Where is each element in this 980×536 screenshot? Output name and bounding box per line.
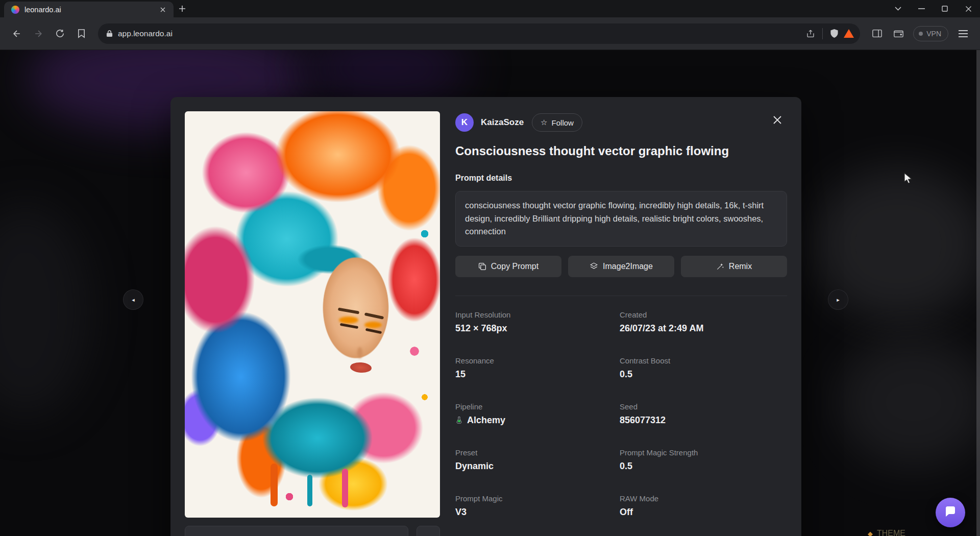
lock-icon <box>106 30 113 37</box>
window-minimize-icon[interactable] <box>910 0 933 17</box>
watermark-glyph-icon: ◆ <box>868 530 873 536</box>
details-column: K KaizaSoze ☆ Follow Consciousness thoug… <box>455 111 787 536</box>
window-close-icon[interactable] <box>957 0 980 17</box>
detail-value: 0.5 <box>620 369 787 380</box>
star-icon: ☆ <box>541 118 547 127</box>
scrollbar[interactable] <box>976 50 980 536</box>
detail-label: Input Resolution <box>455 310 620 319</box>
artwork-detail <box>342 469 348 507</box>
brave-shield-icon[interactable] <box>830 29 839 38</box>
artwork-detail <box>340 323 358 329</box>
generation-details-grid: Input Resolution 512 × 768px Created 26/… <box>455 296 787 518</box>
wallet-icon[interactable] <box>889 24 908 43</box>
detail-label: Pipeline <box>455 402 620 411</box>
tab-favicon <box>11 6 19 14</box>
image2image-button[interactable]: Image2Image <box>568 256 674 277</box>
detail-value: 0.5 <box>620 461 787 472</box>
image2image-label: Image2Image <box>603 262 653 271</box>
detail-value: Off <box>620 507 787 518</box>
chevron-left-icon: ◂ <box>132 297 135 303</box>
brave-rewards-icon[interactable] <box>844 29 854 38</box>
layers-icon <box>590 262 598 271</box>
generated-image[interactable] <box>185 111 440 518</box>
vpn-status-dot <box>919 32 923 36</box>
flask-icon <box>455 416 463 425</box>
detail-label: Preset <box>455 448 620 457</box>
browser-tab[interactable]: leonardo.ai <box>4 2 174 17</box>
detail-contrast-boost: Contrast Boost 0.5 <box>620 356 787 380</box>
tab-strip: leonardo.ai <box>0 0 980 17</box>
reload-button[interactable] <box>50 24 69 43</box>
watermark-text: THEME <box>877 529 905 536</box>
detail-label: RAW Mode <box>620 494 787 503</box>
detail-seed: Seed 856077312 <box>620 402 787 426</box>
thumbnail-strip <box>185 526 440 536</box>
copy-prompt-button[interactable]: Copy Prompt <box>455 256 561 277</box>
artwork-detail <box>339 316 358 324</box>
detail-label: Created <box>620 310 787 319</box>
vpn-label: VPN <box>926 30 941 38</box>
window-controls <box>886 0 980 17</box>
new-tab-button[interactable] <box>174 0 191 17</box>
artwork-detail <box>338 307 359 314</box>
artwork-detail <box>357 347 362 358</box>
tab-search-chevron-icon[interactable] <box>886 0 910 17</box>
navigation-bar: app.leonardo.ai VPN <box>0 17 980 50</box>
bookmark-icon[interactable] <box>71 24 91 43</box>
artwork-detail <box>364 312 384 320</box>
thumbnail-bar[interactable] <box>185 526 408 536</box>
detail-resonance: Resonance 15 <box>455 356 620 380</box>
copy-icon <box>478 262 486 271</box>
author-name[interactable]: KaizaSoze <box>481 117 524 128</box>
thumbnail-tile[interactable] <box>416 526 440 536</box>
chevron-right-icon: ▸ <box>837 297 840 303</box>
detail-value: 856077312 <box>620 415 787 426</box>
image-detail-modal: K KaizaSoze ☆ Follow Consciousness thoug… <box>170 97 801 536</box>
artwork-detail <box>365 328 382 334</box>
prompt-text: consciousness thought vector graphic flo… <box>455 191 787 247</box>
avatar[interactable]: K <box>455 113 474 132</box>
detail-value: Dynamic <box>455 461 620 472</box>
follow-button[interactable]: ☆ Follow <box>532 113 582 132</box>
url-text: app.leonardo.ai <box>118 29 801 38</box>
window-maximize-icon[interactable] <box>933 0 957 17</box>
artwork-detail <box>364 322 382 328</box>
follow-label: Follow <box>552 118 574 127</box>
remix-button[interactable]: Remix <box>681 256 787 277</box>
vpn-button[interactable]: VPN <box>913 26 948 41</box>
author-row: K KaizaSoze ☆ Follow <box>455 113 787 132</box>
detail-label: Contrast Boost <box>620 356 787 365</box>
page-background: ◂ ▸ <box>0 50 980 536</box>
next-image-button[interactable]: ▸ <box>828 290 848 309</box>
detail-input-resolution: Input Resolution 512 × 768px <box>455 310 620 334</box>
remix-label: Remix <box>729 262 752 271</box>
previous-image-button[interactable]: ◂ <box>124 290 143 309</box>
remix-wand-icon <box>716 262 724 271</box>
watermark: ◆ THEME <box>868 529 905 536</box>
prompt-details-heading: Prompt details <box>455 174 787 183</box>
tab-title: leonardo.ai <box>24 6 152 14</box>
detail-value: 26/07/23 at 2:49 AM <box>620 323 787 334</box>
support-chat-button[interactable] <box>936 498 965 527</box>
detail-preset: Preset Dynamic <box>455 448 620 472</box>
detail-label: Seed <box>620 402 787 411</box>
detail-value: 512 × 768px <box>455 323 620 334</box>
toolbar-divider <box>822 28 823 39</box>
detail-label: Prompt Magic <box>455 494 620 503</box>
sidebar-panel-icon[interactable] <box>867 24 887 43</box>
artwork-detail <box>271 464 278 506</box>
prompt-actions: Copy Prompt Image2Image Remix <box>455 256 787 277</box>
image-column <box>185 111 440 536</box>
menu-hamburger-icon[interactable] <box>953 24 973 43</box>
detail-label: Prompt Magic Strength <box>620 448 787 457</box>
artwork-detail <box>307 475 312 506</box>
chat-bubble-icon <box>944 506 957 519</box>
modal-close-icon[interactable] <box>770 112 785 128</box>
back-button[interactable] <box>7 24 27 43</box>
detail-prompt-magic-strength: Prompt Magic Strength 0.5 <box>620 448 787 472</box>
background-glow <box>837 336 980 469</box>
detail-value: 15 <box>455 369 620 380</box>
tab-close-icon[interactable] <box>157 4 168 15</box>
share-icon[interactable] <box>806 29 815 38</box>
address-bar[interactable]: app.leonardo.ai <box>98 23 860 44</box>
